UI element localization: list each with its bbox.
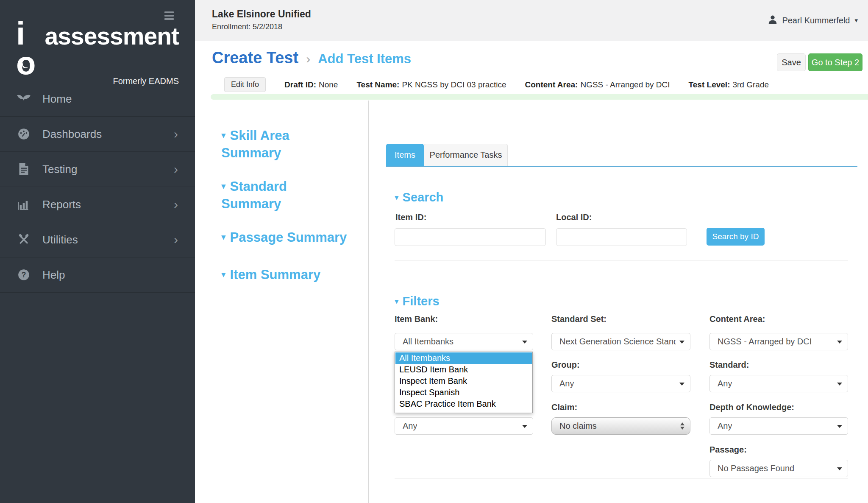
item-type-selected-value: Any xyxy=(403,421,417,431)
group-select[interactable]: Any xyxy=(551,375,690,392)
tab-items[interactable]: Items xyxy=(386,144,424,166)
summary-link-label: Standard xyxy=(230,179,287,194)
select-caret-icon xyxy=(679,383,684,386)
svg-text:?: ? xyxy=(22,271,26,279)
dropdown-option-all-itembanks[interactable]: All Itembanks xyxy=(395,352,532,364)
chevron-right-icon: › xyxy=(306,52,310,66)
content-area-select[interactable]: NGSS - Arranged by DCI xyxy=(709,333,848,350)
standard-set-selected-value: Next Generation Science Standa xyxy=(559,337,676,347)
tab-performance-tasks[interactable]: Performance Tasks xyxy=(424,144,508,166)
select-updown-caret-icon xyxy=(680,422,684,430)
passage-select[interactable]: No Passages Found xyxy=(709,460,848,477)
meta-label: Draft ID: xyxy=(284,80,316,89)
depth-of-knowledge-select[interactable]: Any xyxy=(709,417,848,435)
local-id-input[interactable] xyxy=(556,228,687,246)
link-skill-area-summary[interactable]: ▾Skill Area Summary xyxy=(221,126,353,162)
panel-divider xyxy=(368,101,369,503)
summary-link-label-line2: Summary xyxy=(221,195,353,212)
sidebar-item-help[interactable]: ? Help xyxy=(0,257,195,293)
item-bank-label: Item Bank: xyxy=(395,314,438,324)
sidebar-item-label: Home xyxy=(42,92,72,106)
summary-link-label: Skill Area xyxy=(230,128,289,143)
document-icon xyxy=(15,163,32,175)
logo-io-mark: io xyxy=(16,19,40,78)
meta-label: Test Level: xyxy=(689,80,730,89)
item-id-label: Item ID: xyxy=(395,212,426,222)
standard-label: Standard: xyxy=(709,360,749,370)
filters-section-heading[interactable]: ▾Filters xyxy=(395,294,440,308)
caret-down-icon: ▾ xyxy=(221,232,226,242)
summary-link-label-line2: Summary xyxy=(221,144,353,162)
claim-selected-value: No claims xyxy=(559,421,597,431)
sidebar-item-label: Dashboards xyxy=(42,128,102,141)
link-passage-summary[interactable]: ▾Passage Summary xyxy=(221,228,353,246)
search-by-id-button[interactable]: Search by ID xyxy=(707,228,765,246)
app-root: io assessment Formerly EADMS Home Dashbo… xyxy=(0,0,868,503)
caret-down-icon: ▾ xyxy=(221,181,226,191)
claim-select[interactable]: No claims xyxy=(551,417,690,435)
group-label: Group: xyxy=(551,360,580,370)
logo-name: assessment xyxy=(45,22,179,50)
sidebar-item-dashboards[interactable]: Dashboards › xyxy=(0,117,195,152)
caret-down-icon: ▾ xyxy=(395,193,399,202)
item-id-input[interactable] xyxy=(395,228,546,246)
progress-bar xyxy=(211,94,868,100)
sidebar-item-testing[interactable]: Testing › xyxy=(0,152,195,187)
go-to-step-2-button[interactable]: Go to Step 2 xyxy=(808,53,862,71)
butterfly-icon xyxy=(15,94,32,103)
dropdown-option-sbac-practice-item-bank[interactable]: SBAC Practice Item Bank xyxy=(395,398,532,410)
user-icon xyxy=(768,15,777,26)
item-type-select[interactable]: Any xyxy=(395,417,533,435)
search-section-heading[interactable]: ▾Search xyxy=(395,190,443,204)
sidebar-nav: Home Dashboards › Testing › Rep xyxy=(0,81,195,293)
standard-select[interactable]: Any xyxy=(709,375,848,392)
app-logo: io assessment Formerly EADMS xyxy=(16,19,179,86)
chevron-right-icon: › xyxy=(174,164,178,175)
dropdown-option-inspect-item-bank[interactable]: Inspect Item Bank xyxy=(395,375,532,387)
item-bank-dropdown-list: All Itembanks LEUSD Item Bank Inspect It… xyxy=(395,352,533,413)
standard-set-select[interactable]: Next Generation Science Standa xyxy=(551,333,690,350)
standard-selected-value: Any xyxy=(718,379,732,388)
dashboard-gauge-icon xyxy=(15,128,32,140)
caret-down-icon: ▾ xyxy=(395,297,399,306)
draft-id: Draft ID:None xyxy=(284,80,338,89)
sidebar-item-label: Testing xyxy=(42,163,77,176)
content-area-label: Content Area: xyxy=(709,314,765,324)
dropdown-option-inspect-spanish[interactable]: Inspect Spanish xyxy=(395,387,532,398)
meta-value: NGSS - Arranged by DCI xyxy=(580,80,670,89)
item-bank-select[interactable]: All Itembanks xyxy=(395,333,533,350)
claim-label: Claim: xyxy=(551,402,577,412)
meta-value: 3rd Grade xyxy=(732,80,769,89)
main-content: Create Test › Add Test Items Save Go to … xyxy=(195,41,868,503)
dropdown-option-leusd-item-bank[interactable]: LEUSD Item Bank xyxy=(395,364,532,375)
chevron-right-icon: › xyxy=(174,234,178,245)
district-name: Lake Elsinore Unified xyxy=(212,8,311,20)
help-question-icon: ? xyxy=(15,269,32,281)
edit-info-button[interactable]: Edit Info xyxy=(224,77,266,92)
link-item-summary[interactable]: ▾Item Summary xyxy=(221,265,353,283)
caret-down-icon: ▾ xyxy=(221,130,226,140)
test-name: Test Name:PK NGSS by DCI 03 practice xyxy=(356,80,506,89)
user-menu[interactable]: Pearl Kummerfeld ▾ xyxy=(768,0,858,41)
link-standard-summary[interactable]: ▾Standard Summary xyxy=(221,177,353,212)
tools-icon xyxy=(15,234,32,246)
summary-link-label: Item Summary xyxy=(230,267,321,282)
test-meta-row: Edit Info Draft ID:None Test Name:PK NGS… xyxy=(224,77,769,92)
filters-heading-label: Filters xyxy=(403,294,440,308)
content-area-selected-value: NGSS - Arranged by DCI xyxy=(718,337,812,347)
local-id-label: Local ID: xyxy=(556,212,592,222)
sidebar-item-home[interactable]: Home xyxy=(0,81,195,117)
summary-link-label: Passage Summary xyxy=(230,230,347,245)
save-button[interactable]: Save xyxy=(777,53,806,71)
user-name: Pearl Kummerfeld xyxy=(782,16,850,25)
sidebar-item-reports[interactable]: Reports › xyxy=(0,187,195,222)
meta-value: None xyxy=(319,80,338,89)
bar-chart-icon xyxy=(15,199,32,210)
caret-down-icon: ▾ xyxy=(221,269,226,279)
sidebar-item-label: Reports xyxy=(42,198,81,211)
page-subtitle: Add Test Items xyxy=(318,51,411,67)
meta-value: PK NGSS by DCI 03 practice xyxy=(402,80,506,89)
sidebar-item-utilities[interactable]: Utilities › xyxy=(0,222,195,257)
group-selected-value: Any xyxy=(559,379,574,388)
caret-down-icon: ▾ xyxy=(854,17,858,24)
